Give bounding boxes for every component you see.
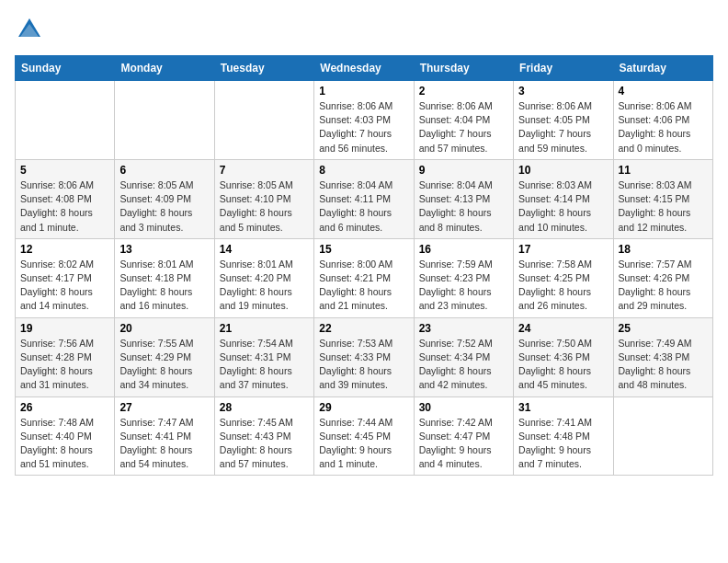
- day-info: Sunrise: 7:41 AMSunset: 4:48 PMDaylight:…: [518, 416, 608, 472]
- day-info: Sunrise: 8:03 AMSunset: 4:14 PMDaylight:…: [518, 178, 608, 235]
- day-number: 23: [419, 322, 508, 335]
- calendar-cell: 3Sunrise: 8:06 AMSunset: 4:05 PMDaylight…: [514, 81, 613, 160]
- day-number: 27: [119, 401, 209, 414]
- day-info: Sunrise: 8:06 AMSunset: 4:04 PMDaylight:…: [419, 99, 508, 155]
- calendar-cell: 4Sunrise: 8:06 AMSunset: 4:06 PMDaylight…: [613, 81, 712, 160]
- calendar-cell: [16, 81, 115, 160]
- calendar-cell: 16Sunrise: 7:59 AMSunset: 4:23 PMDayligh…: [414, 238, 513, 317]
- day-number: 29: [319, 401, 408, 414]
- calendar-cell: 17Sunrise: 7:58 AMSunset: 4:25 PMDayligh…: [514, 238, 613, 317]
- calendar-cell: 11Sunrise: 8:03 AMSunset: 4:15 PMDayligh…: [613, 159, 712, 238]
- day-info: Sunrise: 8:04 AMSunset: 4:13 PMDaylight:…: [419, 178, 508, 235]
- day-number: 31: [518, 401, 608, 414]
- calendar-cell: [115, 81, 214, 160]
- day-number: 6: [119, 164, 209, 177]
- day-number: 14: [220, 243, 309, 256]
- day-info: Sunrise: 7:47 AMSunset: 4:41 PMDaylight:…: [119, 416, 209, 472]
- calendar-cell: 10Sunrise: 8:03 AMSunset: 4:14 PMDayligh…: [514, 159, 613, 238]
- day-info: Sunrise: 7:54 AMSunset: 4:31 PMDaylight:…: [220, 337, 309, 393]
- day-info: Sunrise: 7:49 AMSunset: 4:38 PMDaylight:…: [619, 337, 708, 393]
- calendar-cell: [613, 396, 712, 476]
- day-info: Sunrise: 7:48 AMSunset: 4:40 PMDaylight:…: [20, 416, 109, 472]
- day-number: 15: [319, 243, 408, 256]
- day-number: 21: [220, 322, 309, 335]
- calendar-cell: 2Sunrise: 8:06 AMSunset: 4:04 PMDaylight…: [414, 81, 513, 160]
- calendar-cell: 8Sunrise: 8:04 AMSunset: 4:11 PMDaylight…: [314, 159, 414, 238]
- day-number: 17: [518, 243, 608, 256]
- calendar-week-row: 12Sunrise: 8:02 AMSunset: 4:17 PMDayligh…: [16, 238, 713, 317]
- calendar-cell: 5Sunrise: 8:06 AMSunset: 4:08 PMDaylight…: [16, 159, 115, 238]
- day-number: 5: [20, 164, 109, 177]
- day-number: 9: [419, 164, 508, 177]
- calendar-cell: 22Sunrise: 7:53 AMSunset: 4:33 PMDayligh…: [314, 317, 414, 396]
- day-number: 12: [20, 243, 109, 256]
- day-number: 19: [20, 322, 109, 335]
- calendar-week-row: 26Sunrise: 7:48 AMSunset: 4:40 PMDayligh…: [16, 396, 713, 476]
- calendar-cell: 12Sunrise: 8:02 AMSunset: 4:17 PMDayligh…: [16, 238, 115, 317]
- calendar-cell: 28Sunrise: 7:45 AMSunset: 4:43 PMDayligh…: [214, 396, 313, 476]
- calendar-header-thursday: Thursday: [414, 56, 513, 81]
- day-info: Sunrise: 7:58 AMSunset: 4:25 PMDaylight:…: [518, 258, 608, 314]
- calendar-cell: 27Sunrise: 7:47 AMSunset: 4:41 PMDayligh…: [115, 396, 214, 476]
- day-number: 18: [619, 243, 708, 256]
- day-number: 4: [619, 85, 708, 98]
- calendar-cell: 26Sunrise: 7:48 AMSunset: 4:40 PMDayligh…: [16, 396, 115, 476]
- day-info: Sunrise: 7:42 AMSunset: 4:47 PMDaylight:…: [419, 416, 508, 472]
- day-info: Sunrise: 8:01 AMSunset: 4:18 PMDaylight:…: [119, 258, 209, 314]
- calendar-header-row: SundayMondayTuesdayWednesdayThursdayFrid…: [16, 56, 713, 81]
- day-info: Sunrise: 7:44 AMSunset: 4:45 PMDaylight:…: [319, 416, 408, 472]
- logo: [15, 15, 48, 44]
- calendar-cell: 13Sunrise: 8:01 AMSunset: 4:18 PMDayligh…: [115, 238, 214, 317]
- day-number: 25: [619, 322, 708, 335]
- calendar-header-sunday: Sunday: [16, 56, 115, 81]
- day-info: Sunrise: 7:56 AMSunset: 4:28 PMDaylight:…: [20, 337, 109, 393]
- day-number: 3: [518, 85, 608, 98]
- day-info: Sunrise: 7:55 AMSunset: 4:29 PMDaylight:…: [119, 337, 209, 393]
- day-number: 16: [419, 243, 508, 256]
- calendar-week-row: 19Sunrise: 7:56 AMSunset: 4:28 PMDayligh…: [16, 317, 713, 396]
- calendar-cell: 14Sunrise: 8:01 AMSunset: 4:20 PMDayligh…: [214, 238, 313, 317]
- calendar-cell: 1Sunrise: 8:06 AMSunset: 4:03 PMDaylight…: [314, 81, 414, 160]
- calendar-table: SundayMondayTuesdayWednesdayThursdayFrid…: [15, 55, 713, 476]
- day-info: Sunrise: 7:57 AMSunset: 4:26 PMDaylight:…: [619, 258, 708, 314]
- calendar-cell: 30Sunrise: 7:42 AMSunset: 4:47 PMDayligh…: [414, 396, 513, 476]
- day-number: 11: [619, 164, 708, 177]
- calendar-cell: 9Sunrise: 8:04 AMSunset: 4:13 PMDaylight…: [414, 159, 513, 238]
- calendar-cell: 21Sunrise: 7:54 AMSunset: 4:31 PMDayligh…: [214, 317, 313, 396]
- day-info: Sunrise: 8:05 AMSunset: 4:10 PMDaylight:…: [220, 178, 309, 235]
- calendar-cell: 19Sunrise: 7:56 AMSunset: 4:28 PMDayligh…: [16, 317, 115, 396]
- day-info: Sunrise: 8:02 AMSunset: 4:17 PMDaylight:…: [20, 258, 109, 314]
- day-info: Sunrise: 8:05 AMSunset: 4:09 PMDaylight:…: [119, 178, 209, 235]
- calendar-cell: 20Sunrise: 7:55 AMSunset: 4:29 PMDayligh…: [115, 317, 214, 396]
- calendar-cell: [214, 81, 313, 160]
- day-info: Sunrise: 8:06 AMSunset: 4:03 PMDaylight:…: [319, 99, 408, 155]
- day-number: 1: [319, 85, 408, 98]
- calendar-cell: 24Sunrise: 7:50 AMSunset: 4:36 PMDayligh…: [514, 317, 613, 396]
- calendar-cell: 31Sunrise: 7:41 AMSunset: 4:48 PMDayligh…: [514, 396, 613, 476]
- calendar-cell: 25Sunrise: 7:49 AMSunset: 4:38 PMDayligh…: [613, 317, 712, 396]
- day-number: 8: [319, 164, 408, 177]
- logo-icon: [15, 15, 44, 44]
- day-info: Sunrise: 8:03 AMSunset: 4:15 PMDaylight:…: [619, 178, 708, 235]
- calendar-header-saturday: Saturday: [613, 56, 712, 81]
- day-number: 28: [220, 401, 309, 414]
- day-number: 22: [319, 322, 408, 335]
- day-number: 2: [419, 85, 508, 98]
- calendar-header-friday: Friday: [514, 56, 613, 81]
- day-number: 24: [518, 322, 608, 335]
- calendar-cell: 23Sunrise: 7:52 AMSunset: 4:34 PMDayligh…: [414, 317, 513, 396]
- calendar-cell: 7Sunrise: 8:05 AMSunset: 4:10 PMDaylight…: [214, 159, 313, 238]
- day-number: 7: [220, 164, 309, 177]
- day-number: 20: [119, 322, 209, 335]
- day-number: 30: [419, 401, 508, 414]
- calendar-header-tuesday: Tuesday: [214, 56, 313, 81]
- day-info: Sunrise: 8:04 AMSunset: 4:11 PMDaylight:…: [319, 178, 408, 235]
- day-info: Sunrise: 8:06 AMSunset: 4:08 PMDaylight:…: [20, 178, 109, 235]
- day-info: Sunrise: 7:53 AMSunset: 4:33 PMDaylight:…: [319, 337, 408, 393]
- day-info: Sunrise: 7:52 AMSunset: 4:34 PMDaylight:…: [419, 337, 508, 393]
- day-info: Sunrise: 8:06 AMSunset: 4:06 PMDaylight:…: [619, 99, 708, 155]
- day-number: 10: [518, 164, 608, 177]
- day-info: Sunrise: 8:01 AMSunset: 4:20 PMDaylight:…: [220, 258, 309, 314]
- calendar-cell: 29Sunrise: 7:44 AMSunset: 4:45 PMDayligh…: [314, 396, 414, 476]
- day-info: Sunrise: 8:00 AMSunset: 4:21 PMDaylight:…: [319, 258, 408, 314]
